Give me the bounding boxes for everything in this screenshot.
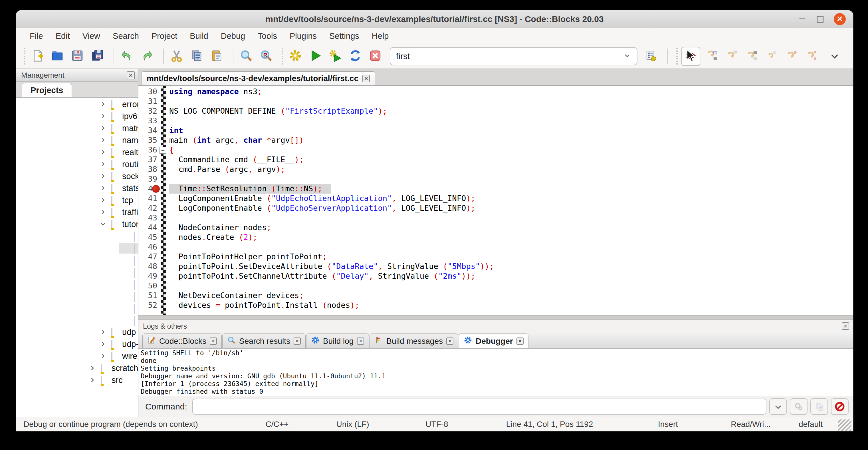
code-line-40[interactable]: 40 Time::SetResolution (Time::NS); — [138, 184, 853, 193]
code-line-44[interactable]: 44 NodeContainer nodes; — [138, 223, 853, 233]
find-button[interactable] — [238, 48, 254, 65]
horizontal-splitter[interactable] — [138, 315, 853, 320]
next-line-button[interactable] — [724, 48, 740, 65]
sidebar-item-tcp[interactable]: tcp — [16, 194, 138, 206]
menu-view[interactable]: View — [76, 30, 106, 42]
log-tab-close-icon[interactable]: ✕ — [210, 337, 217, 344]
sidebar-item-naming[interactable]: naming — [16, 134, 138, 146]
chevron-right-icon[interactable] — [99, 160, 107, 168]
abort-build-button[interactable] — [367, 48, 383, 65]
minimize-button[interactable]: – — [798, 15, 806, 23]
code-line-50[interactable]: 50 — [138, 281, 853, 291]
log-tab-close-icon[interactable]: ✕ — [293, 337, 301, 344]
code-line-46[interactable]: 46 — [138, 242, 853, 252]
menu-search[interactable]: Search — [106, 30, 145, 42]
breakpoint-marker[interactable] — [152, 185, 160, 193]
step-out-button[interactable] — [783, 48, 800, 65]
menu-tools[interactable]: Tools — [251, 30, 283, 42]
code-line-31[interactable]: 31 — [138, 96, 853, 106]
code-line-32[interactable]: 32NS_LOG_COMPONENT_DEFINE ("FirstScriptE… — [138, 106, 853, 116]
menu-settings[interactable]: Settings — [323, 30, 366, 42]
chevron-right-icon[interactable] — [99, 197, 107, 204]
sidebar-item-ipv6[interactable]: ipv6 — [16, 110, 138, 122]
editor-tab-first-cc[interactable]: mnt/dev/tools/source/ns-3-dev/examples/t… — [141, 71, 375, 85]
log-tab-build-messages[interactable]: Build messages✕ — [370, 333, 458, 348]
code-line-51[interactable]: 51 NetDeviceContainer devices; — [138, 291, 853, 300]
log-tab-build-log[interactable]: Build log✕ — [306, 333, 369, 348]
cut-button[interactable] — [168, 48, 185, 65]
next-instruction-button[interactable] — [764, 48, 780, 65]
sidebar-item-fourth[interactable]: fourth — [16, 254, 138, 266]
sidebar-item-tutorial[interactable]: tutorial — [16, 218, 138, 230]
sidebar-item-matrix[interactable]: matrix — [16, 122, 138, 134]
debugger-log[interactable]: Setting SHELL to '/bin/sh'doneSetting br… — [138, 349, 853, 396]
chevron-right-icon[interactable] — [99, 100, 107, 108]
toolbar-grip[interactable] — [281, 48, 284, 64]
sidebar-item-routing[interactable]: routing — [16, 158, 138, 170]
sidebar-item-realtime[interactable]: realtime — [16, 146, 138, 158]
sidebar-item-socket[interactable]: socket — [16, 170, 138, 182]
logs-close-icon[interactable]: ✕ — [842, 322, 849, 330]
search-input[interactable] — [396, 51, 623, 61]
sidebar-item-scratch[interactable]: scratch — [16, 362, 138, 374]
code-line-45[interactable]: 45 nodes.Create (2); — [138, 233, 853, 242]
menu-file[interactable]: File — [23, 30, 49, 42]
management-close-icon[interactable]: ✕ — [127, 71, 135, 79]
code-line-41[interactable]: 41 LogComponentEnable ("UdpEchoClientApp… — [138, 193, 853, 203]
command-dropdown-button[interactable] — [769, 398, 787, 415]
close-button[interactable]: ✕ — [834, 13, 846, 25]
copy-log-button[interactable] — [810, 398, 828, 415]
code-line-52[interactable]: 52 devices = pointToPoint.Install (nodes… — [138, 300, 853, 310]
sidebar-item-wireless[interactable]: wireless — [16, 350, 138, 362]
code-line-34[interactable]: 34int — [138, 126, 853, 136]
undo-button[interactable] — [119, 48, 135, 65]
debug-continue-button[interactable] — [681, 47, 700, 66]
code-line-48[interactable]: 48 pointToPoint.SetDeviceAttribute ("Dat… — [138, 262, 853, 271]
title-bar[interactable]: mnt/dev/tools/source/ns-3-dev/examples/t… — [16, 10, 853, 28]
new-file-button[interactable] — [29, 48, 45, 65]
rebuild-button[interactable] — [347, 48, 364, 65]
code-line-36[interactable]: 36−{ — [138, 145, 853, 155]
log-tab-code-blocks[interactable]: Code::Blocks✕ — [143, 333, 222, 348]
toolbar-grip[interactable] — [675, 48, 679, 64]
sidebar-item-traffic[interactable]: traffic — [16, 206, 138, 218]
chevron-right-icon[interactable] — [99, 113, 107, 120]
maximize-button[interactable] — [817, 16, 824, 23]
log-tab-close-icon[interactable]: ✕ — [446, 337, 454, 344]
chevron-right-icon[interactable] — [89, 364, 96, 372]
log-tab-search-results[interactable]: Search results✕ — [222, 333, 306, 348]
code-line-30[interactable]: 30using namespace ns3; — [138, 87, 853, 96]
code-line-35[interactable]: 35main (int argc, char *argv[]) — [138, 136, 853, 145]
log-tab-debugger[interactable]: Debugger✕ — [459, 333, 528, 348]
chevron-right-icon[interactable] — [99, 124, 107, 132]
chevron-right-icon[interactable] — [99, 352, 107, 360]
sidebar-item-seventh[interactable]: seventh — [16, 290, 138, 302]
menu-edit[interactable]: Edit — [49, 30, 76, 42]
code-editor[interactable]: 30using namespace ns3;3132NS_LOG_COMPONE… — [138, 86, 853, 315]
code-line-37[interactable]: 37 CommandLine cmd (__FILE__); — [138, 155, 853, 164]
code-line-38[interactable]: 38 cmd.Parse (argc, argv); — [138, 164, 853, 174]
code-line-39[interactable]: 39 — [138, 174, 853, 184]
log-tab-close-icon[interactable]: ✕ — [357, 337, 364, 344]
stop-debugger-button[interactable] — [831, 398, 848, 415]
chevron-right-icon[interactable] — [99, 328, 107, 336]
build-button[interactable] — [287, 48, 304, 65]
resize-grip[interactable] — [838, 419, 851, 431]
redo-button[interactable] — [139, 48, 155, 65]
log-tab-close-icon[interactable]: ✕ — [517, 337, 524, 344]
run-to-cursor-button[interactable] — [704, 48, 720, 65]
sidebar-item-sixth[interactable]: sixth — [16, 302, 138, 314]
sidebar-item-third[interactable]: third — [16, 314, 138, 326]
open-file-button[interactable] — [49, 48, 66, 65]
toolbar-overflow-chevron-icon[interactable] — [826, 48, 843, 65]
sidebar-item-udp[interactable]: udp — [16, 326, 138, 338]
menu-project[interactable]: Project — [145, 30, 183, 42]
sidebar-item-second[interactable]: second — [16, 278, 138, 290]
sidebar-item-udp-[interactable]: udp- — [16, 338, 138, 350]
fold-collapse-icon[interactable]: − — [159, 147, 166, 154]
code-line-42[interactable]: 42 LogComponentEnable ("UdpEchoServerApp… — [138, 203, 853, 213]
chevron-down-icon[interactable] — [623, 52, 631, 61]
menu-plugins[interactable]: Plugins — [283, 30, 323, 42]
replace-button[interactable]: R — [258, 48, 275, 65]
chevron-right-icon[interactable] — [99, 184, 107, 192]
